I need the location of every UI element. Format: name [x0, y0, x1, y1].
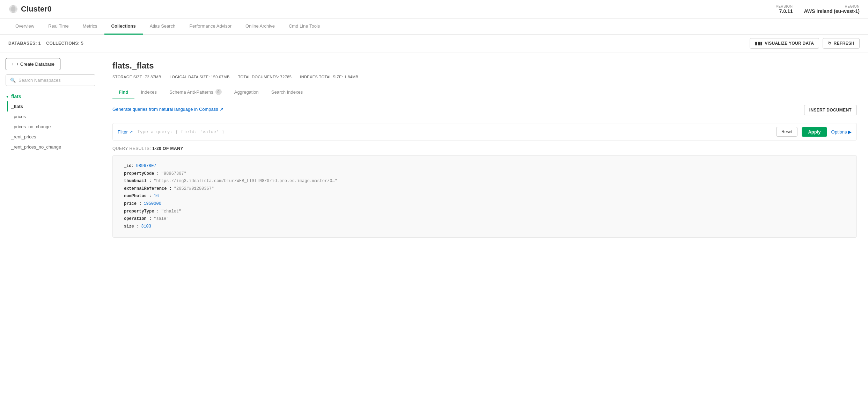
filter-label[interactable]: Filter ↗ [118, 129, 133, 135]
doc-field-operation: operation : "sale" [124, 215, 845, 223]
tab-search-indexes[interactable]: Search Indexes [265, 85, 309, 99]
region-value: AWS Ireland (eu-west-1) [804, 8, 860, 14]
doc-field-propertycode: propertyCode : "98967807" [124, 170, 845, 178]
doc-field-price: price : 1950000 [124, 200, 845, 208]
app-title: Cluster0 [21, 5, 52, 14]
tab-aggregation[interactable]: Aggregation [228, 85, 265, 99]
content-area: flats._flats STORAGE SIZE: 72.87MB LOGIC… [101, 52, 868, 411]
logical-data-label: LOGICAL DATA SIZE: 150.07MB [170, 75, 230, 79]
doc-field-numphotos: numPhotos : 16 [124, 193, 845, 200]
reset-button[interactable]: Reset [776, 127, 797, 137]
collection-title: flats._flats [112, 61, 857, 71]
version-label: VERSION [776, 5, 793, 8]
collection-item-rent-prices[interactable]: _rent_prices [0, 132, 101, 142]
search-namespaces-container: 🔍 [6, 74, 95, 86]
bar-chart-icon: ▮▮▮ [755, 41, 763, 46]
database-group-flats: ▼ flats _flats _prices _prices_no_change… [0, 92, 101, 152]
query-results-label: QUERY RESULTS: 1-20 OF MANY [112, 146, 857, 151]
nav-tabs: Overview Real Time Metrics Collections A… [0, 19, 868, 35]
collection-item-prices[interactable]: _prices [0, 111, 101, 122]
region-label: REGION [804, 5, 860, 8]
document-viewer: _id: 98967807 propertyCode : "98967807" … [112, 155, 857, 238]
schema-badge: 0 [215, 89, 222, 95]
collection-meta: STORAGE SIZE: 72.87MB LOGICAL DATA SIZE:… [112, 75, 857, 79]
tab-overview[interactable]: Overview [8, 19, 41, 35]
doc-field-externalreference: externalReference : "2052##01200367" [124, 185, 845, 193]
insert-document-button[interactable]: INSERT DOCUMENT [804, 105, 857, 115]
app-meta: VERSION 7.0.11 REGION AWS Ireland (eu-we… [776, 5, 860, 14]
collections-count: 5 [81, 41, 83, 46]
tab-realtime[interactable]: Real Time [41, 19, 76, 35]
visualize-data-button[interactable]: ▮▮▮ VISUALIZE YOUR DATA [750, 38, 819, 49]
doc-field-size: size : 3103 [124, 223, 845, 231]
filter-input[interactable] [137, 129, 772, 135]
main-layout: + + Create Database 🔍 ▼ flats _flats _pr… [0, 52, 868, 411]
sidebar: + + Create Database 🔍 ▼ flats _flats _pr… [0, 52, 101, 411]
tab-find[interactable]: Find [112, 85, 134, 99]
tab-metrics[interactable]: Metrics [76, 19, 104, 35]
content-tabs: Find Indexes Schema Anti-Patterns 0 Aggr… [112, 85, 857, 99]
compass-link[interactable]: Generate queries from natural language i… [112, 107, 223, 112]
create-database-button[interactable]: + + Create Database [6, 58, 60, 70]
app-header: Cluster0 VERSION 7.0.11 REGION AWS Irela… [0, 0, 868, 19]
collections-label: COLLECTIONS: [46, 41, 80, 46]
tab-performance-advisor[interactable]: Performance Advisor [182, 19, 238, 35]
refresh-button[interactable]: ↻ REFRESH [823, 38, 860, 49]
tab-online-archive[interactable]: Online Archive [238, 19, 282, 35]
external-link-icon: ↗ [220, 107, 223, 112]
tab-indexes[interactable]: Indexes [134, 85, 163, 99]
search-icon: 🔍 [10, 78, 16, 83]
total-docs-label: TOTAL DOCUMENTS: 72785 [238, 75, 292, 79]
collection-item-prices-no-change[interactable]: _prices_no_change [0, 122, 101, 132]
db-collection-count: DATABASES: 1 COLLECTIONS: 5 [8, 41, 83, 46]
filter-external-icon: ↗ [129, 129, 133, 135]
version-value: 7.0.11 [776, 8, 793, 14]
refresh-icon: ↻ [828, 41, 831, 46]
doc-field-thumbnail: thumbnail : "https://img3.idealista.com/… [124, 178, 845, 185]
app-logo: Cluster0 [8, 4, 52, 14]
storage-size-label: STORAGE SIZE: 72.87MB [112, 75, 161, 79]
options-button[interactable]: Options ▶ [831, 129, 852, 135]
tab-cmd-line-tools[interactable]: Cmd Line Tools [282, 19, 327, 35]
search-namespaces-input[interactable] [19, 78, 91, 83]
svg-point-2 [9, 7, 17, 11]
databases-label: DATABASES: [8, 41, 37, 46]
toolbar-right: ▮▮▮ VISUALIZE YOUR DATA ↻ REFRESH [750, 38, 860, 49]
doc-field-id: _id: 98967807 [124, 163, 845, 170]
toolbar: DATABASES: 1 COLLECTIONS: 5 ▮▮▮ VISUALIZ… [0, 35, 868, 52]
collection-item-rent-prices-no-change[interactable]: _rent_prices_no_change [0, 142, 101, 152]
indexes-label: INDEXES TOTAL SIZE: 1.84MB [300, 75, 358, 79]
logo-icon [8, 4, 18, 14]
plus-icon: + [12, 62, 14, 67]
tab-collections[interactable]: Collections [104, 19, 143, 35]
doc-field-propertytype: propertyType : "chalet" [124, 208, 845, 216]
collection-item-flats[interactable]: _flats [0, 101, 101, 111]
filter-row: Filter ↗ Reset Apply Options ▶ [112, 123, 857, 140]
chevron-down-icon: ▼ [6, 95, 9, 99]
databases-count: 1 [38, 41, 41, 46]
apply-button[interactable]: Apply [802, 127, 827, 137]
database-name-flats[interactable]: ▼ flats [0, 92, 101, 101]
tab-schema[interactable]: Schema Anti-Patterns 0 [163, 85, 228, 99]
tab-atlas-search[interactable]: Atlas Search [143, 19, 183, 35]
